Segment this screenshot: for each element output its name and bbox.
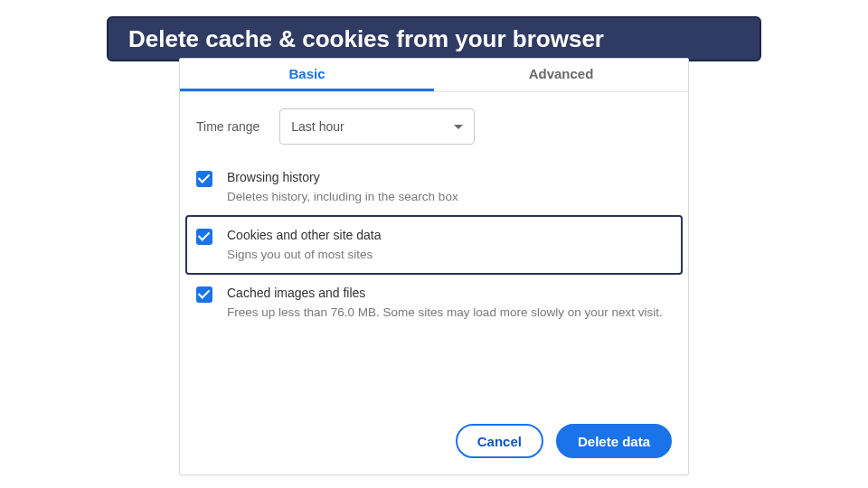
dialog-spacer: [180, 331, 688, 411]
option-text: Browsing history Deletes history, includ…: [227, 168, 672, 206]
option-text: Cached images and files Frees up less th…: [227, 284, 672, 322]
option-desc: Signs you out of most sites: [227, 246, 672, 264]
banner-text: Delete cache & cookies from your browser: [128, 25, 604, 53]
dialog-footer: Cancel Delete data: [180, 411, 688, 474]
option-browsing-history[interactable]: Browsing history Deletes history, includ…: [187, 159, 681, 215]
option-cache[interactable]: Cached images and files Frees up less th…: [187, 275, 681, 331]
chevron-down-icon: [454, 125, 463, 129]
checkbox-cache[interactable]: [196, 286, 212, 303]
checkbox-browsing-history[interactable]: [196, 171, 212, 187]
clear-browsing-data-dialog: Basic Advanced Time range Last hour Brow…: [179, 58, 689, 475]
option-desc: Frees up less than 76.0 MB. Some sites m…: [227, 304, 672, 322]
delete-data-button[interactable]: Delete data: [556, 424, 672, 458]
option-cookies[interactable]: Cookies and other site data Signs you ou…: [185, 215, 683, 275]
cancel-button-label: Cancel: [477, 434, 522, 449]
tab-basic[interactable]: Basic: [180, 59, 434, 91]
tab-advanced-label: Advanced: [529, 66, 594, 81]
instruction-banner: Delete cache & cookies from your browser: [107, 16, 761, 61]
option-title: Browsing history: [227, 168, 672, 186]
checkbox-cookies[interactable]: [196, 229, 212, 245]
tab-basic-label: Basic: [288, 66, 325, 81]
time-range-row: Time range Last hour: [180, 92, 688, 159]
cancel-button[interactable]: Cancel: [456, 424, 543, 458]
option-title: Cached images and files: [227, 284, 672, 302]
tab-advanced[interactable]: Advanced: [434, 59, 688, 91]
time-range-value: Last hour: [291, 119, 344, 134]
delete-data-button-label: Delete data: [578, 434, 650, 449]
dialog-tabs: Basic Advanced: [180, 59, 688, 91]
option-text: Cookies and other site data Signs you ou…: [227, 226, 672, 264]
option-title: Cookies and other site data: [227, 226, 672, 244]
time-range-select[interactable]: Last hour: [279, 108, 475, 145]
time-range-label: Time range: [196, 119, 259, 134]
options-list: Browsing history Deletes history, includ…: [180, 159, 688, 331]
option-desc: Deletes history, including in the search…: [227, 188, 672, 206]
